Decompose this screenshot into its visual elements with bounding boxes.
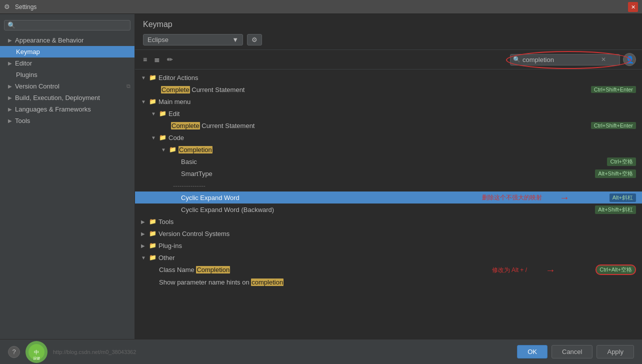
folder-icon: 📁 [149,98,156,105]
tree-row: --------------- [135,180,642,192]
shortcut-badge: Ctrl+Shift+Enter [591,122,636,129]
bottom-left: ? 中 设键 http://blog.csdn.net/m0_38043362 [8,340,136,364]
tree-node-label: Cyclic Expand Word (Backward) [181,206,595,214]
tree-row[interactable]: ▼ 📁 Edit [135,108,642,120]
chevron-down-icon: ▼ [141,99,147,104]
svg-text:设键: 设键 [33,356,40,360]
tree-toolbar: ≡ ≣ ✏ 🔍 ✕ 👤 [135,50,642,70]
chevron-right-icon: ▶ [8,95,12,100]
tree-node-label: Version Control Systems [158,230,636,238]
tree-row[interactable]: SmartType Alt+Shift+空格 [135,168,642,180]
sidebar-item-label: Build, Execution, Deployment [15,94,100,102]
edit-button[interactable]: ✏ [165,54,175,64]
tree-row[interactable]: ▶ 📁 Version Control Systems [135,228,642,240]
app-logo: 中 设键 [24,340,49,364]
chevron-down-icon: ▼ [151,111,157,116]
toolbar-left: ≡ ≣ ✏ [141,54,175,64]
tree-node-label: Completion [178,146,636,154]
sidebar-item-version-control[interactable]: ▶ Version Control ⧉ [0,80,134,92]
sidebar-item-appearance[interactable]: ▶ Appearance & Behavior [0,34,134,46]
sidebar-item-build[interactable]: ▶ Build, Execution, Deployment [0,92,134,104]
tree-row[interactable]: Complete Current Statement Ctrl+Shift+En… [135,120,642,132]
collapse-all-button[interactable]: ≣ [152,54,162,64]
tree-row[interactable]: Complete Current Statement Ctrl+Shift+En… [135,84,642,96]
sidebar-item-label: Languages & Frameworks [15,106,91,113]
tree-row[interactable]: ▶ 📁 Plug-ins [135,240,642,252]
tree-row[interactable]: ▶ 📁 Tools [135,216,642,228]
sidebar-item-label: Editor [15,60,32,67]
tree-row[interactable]: ▼ 📁 Code [135,132,642,144]
bottom-right: OK Cancel Apply [517,345,634,358]
chevron-down-icon: ▼ [151,135,157,140]
sidebar-item-tools[interactable]: ▶ Tools [0,115,134,126]
sidebar-item-languages[interactable]: ▶ Languages & Frameworks [0,104,134,115]
chevron-right-icon: ▶ [141,243,147,248]
toolbar-right: 🔍 ✕ 👤 [510,53,636,66]
help-button[interactable]: ? [8,346,20,358]
tree-row[interactable]: ▼ 📁 Completion [135,144,642,156]
sidebar-item-editor[interactable]: ▶ Editor [0,58,134,69]
annotation-text2: 修改为 Alt + / [492,266,527,274]
tree-node-label: Class Name Completion [159,266,596,274]
tree-node-label: Other [158,254,636,262]
clear-search-button[interactable]: ✕ [601,56,606,63]
keymap-dropdown[interactable]: Eclipse ▼ [143,34,243,46]
chevron-right-icon: ▶ [8,60,12,66]
tree-row[interactable]: ▼ 📁 Other [135,252,642,264]
tree-node-label: Tools [158,218,636,226]
tree-node-label: Code [168,134,636,142]
gear-icon: ⚙ [252,36,258,44]
apply-button[interactable]: Apply [596,345,634,358]
tree-node-label: Cyclic Expand Word [181,194,610,202]
tree-row[interactable]: ▼ 📁 Main menu [135,96,642,108]
chevron-right-icon: ▶ [8,84,12,89]
sidebar-search-input[interactable] [18,22,127,29]
chevron-right-icon: ▶ [141,231,147,236]
content-panel: Keymap Eclipse ▼ ⚙ ≡ ≣ ✏ [135,14,642,339]
user-avatar-button[interactable]: 👤 [623,53,636,66]
folder-icon: 📁 [149,230,156,237]
ok-button[interactable]: OK [517,345,548,358]
chevron-right-icon: ▶ [8,118,12,124]
folder-icon: 📁 [149,218,156,225]
copy-icon: ⧉ [126,83,130,90]
folder-icon: 📁 [149,254,156,261]
sidebar-item-label: Keymap [16,48,40,56]
cancel-button[interactable]: Cancel [552,345,592,358]
tree-row[interactable]: Basic Ctrl+空格 [135,156,642,168]
arrow-icon: → [560,192,570,204]
annotation-text: 删除这个不强大的映射 [482,194,542,202]
sidebar: 🔍 ▶ Appearance & Behavior Keymap ▶ Edito… [0,14,135,339]
tree-node-label: Show parameter name hints on completion [159,278,636,286]
chevron-down-icon: ▼ [141,255,147,260]
tree-row[interactable]: Cyclic Expand Word (Backward) Alt+Shift+… [135,204,642,216]
sidebar-search[interactable]: 🔍 [4,20,130,30]
lime-logo-image: 中 设键 [25,340,48,364]
tree-row[interactable]: ▼ 📁 Editor Actions [135,72,642,84]
chevron-right-icon: ▶ [8,106,12,112]
chevron-right-icon: ▶ [8,38,12,43]
highlight-text: completion [251,278,284,286]
tree-node-label: Complete Current Statement [171,122,591,130]
highlight-text: Complete [171,122,200,130]
keymap-selector: Eclipse ▼ ⚙ [143,34,634,46]
keymap-gear-button[interactable]: ⚙ [247,34,262,46]
shortcut-badge: Ctrl+Alt+空格 [596,264,636,275]
tree-row[interactable]: Class Name Completion 修改为 Alt + / → Ctrl… [135,264,642,276]
shortcut-badge: Ctrl+空格 [607,158,636,166]
tree-node-label: SmartType [181,170,595,178]
watermark-text: http://blog.csdn.net/m0_38043362 [53,349,136,355]
chevron-down-icon: ▼ [141,75,147,80]
sidebar-item-label: Plugins [16,71,38,78]
tree-row[interactable]: Show parameter name hints on completion [135,276,642,288]
highlight-text: Complete [161,86,190,94]
expand-all-button[interactable]: ≡ [141,54,149,64]
highlight-text: Completion [196,266,230,274]
search-container: 🔍 ✕ [510,54,620,66]
close-button[interactable]: ✕ [628,2,638,12]
chevron-down-icon: ▼ [161,147,167,152]
tree-row-selected[interactable]: Cyclic Expand Word 删除这个不强大的映射 → Alt+斜杠 [135,192,642,204]
sidebar-item-label: Appearance & Behavior [15,36,84,44]
sidebar-item-keymap[interactable]: Keymap [0,46,134,58]
sidebar-item-plugins[interactable]: Plugins [0,69,134,80]
